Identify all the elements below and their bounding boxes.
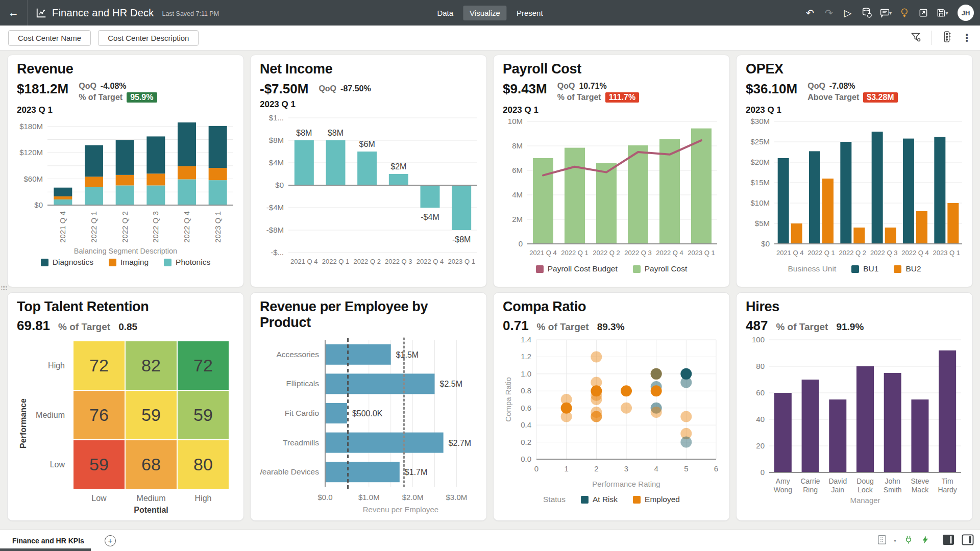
scatter-point-at_risk[interactable] xyxy=(680,377,692,388)
scatter-point-employed[interactable] xyxy=(591,394,602,405)
opex-bu2-bar[interactable] xyxy=(885,228,896,244)
scatter-point-employed[interactable] xyxy=(680,411,692,422)
conditional-formatting-icon[interactable] xyxy=(942,31,951,45)
filter-pill-cost-center-description[interactable]: Cost Center Description xyxy=(98,30,199,46)
opex-bu2-bar[interactable] xyxy=(791,223,802,244)
scatter-point-employed[interactable] xyxy=(621,403,632,414)
scatter-point-employed[interactable] xyxy=(621,385,632,396)
legend-item[interactable]: At Risk xyxy=(581,495,618,504)
legend-item[interactable]: BU1 xyxy=(851,264,878,273)
heatmap-cell[interactable]: 72 xyxy=(73,341,125,390)
bar-segment-photonics[interactable] xyxy=(209,180,227,205)
opex-bu1-bar[interactable] xyxy=(872,132,883,244)
hires-bar[interactable] xyxy=(856,366,874,472)
auto-apply-icon[interactable] xyxy=(921,535,930,547)
bar-segment-photonics[interactable] xyxy=(85,187,103,205)
tab-present[interactable]: Present xyxy=(510,6,550,20)
bar-segment-diagnostics[interactable] xyxy=(178,122,196,166)
legend-item[interactable]: Imaging xyxy=(109,258,149,267)
heatmap-cell[interactable]: 72 xyxy=(177,341,229,390)
bar-segment-imaging[interactable] xyxy=(85,177,103,187)
product-bar[interactable] xyxy=(325,433,444,453)
heatmap-cell[interactable]: 68 xyxy=(125,440,177,489)
bar-segment-diagnostics[interactable] xyxy=(54,188,72,196)
preview-play-icon[interactable]: ▷ xyxy=(840,4,855,21)
hires-bar[interactable] xyxy=(939,350,956,472)
hires-bar[interactable] xyxy=(802,380,819,472)
notes-icon[interactable]: ▾ xyxy=(878,4,893,21)
opex-bu1-bar[interactable] xyxy=(934,137,945,244)
canvas-layout-caret-icon[interactable]: ▾ xyxy=(894,538,896,543)
payroll-cost-bar[interactable] xyxy=(628,145,648,244)
bar-segment-imaging[interactable] xyxy=(178,166,196,180)
payroll-cost-bar[interactable] xyxy=(565,148,585,244)
payroll-cost-bar[interactable] xyxy=(596,163,617,244)
opex-bu2-bar[interactable] xyxy=(822,179,834,244)
legend-item[interactable]: Employed xyxy=(633,495,680,504)
scatter-point-at_risk[interactable] xyxy=(680,437,692,448)
scatter-point-employed[interactable] xyxy=(561,411,572,422)
bar-segment-photonics[interactable] xyxy=(116,185,134,205)
scatter-point-employed[interactable] xyxy=(591,411,602,422)
scatter-point-employed[interactable] xyxy=(651,407,662,418)
canvas-layout-icon[interactable] xyxy=(876,534,888,547)
collapse-right-panel-icon[interactable] xyxy=(942,534,954,547)
net-income-bar[interactable] xyxy=(326,140,346,185)
hires-bar[interactable] xyxy=(829,399,846,472)
redo-icon[interactable]: ↷ xyxy=(821,4,837,21)
product-bar[interactable] xyxy=(325,373,434,394)
product-bar[interactable] xyxy=(325,462,400,482)
heatmap-cell[interactable]: 59 xyxy=(177,390,229,440)
save-icon[interactable]: ▾ xyxy=(935,4,950,21)
add-canvas-button[interactable]: + xyxy=(105,535,116,546)
net-income-bar[interactable] xyxy=(357,152,377,185)
export-icon[interactable] xyxy=(916,4,931,21)
legend-item[interactable]: Photonics xyxy=(164,258,210,267)
bar-segment-photonics[interactable] xyxy=(54,199,72,205)
legend-item[interactable]: Payroll Cost Budget xyxy=(536,264,618,273)
bar-segment-imaging[interactable] xyxy=(116,175,134,186)
opex-bu2-bar[interactable] xyxy=(916,211,927,244)
row-resize-handle[interactable]: ⠿⠿ xyxy=(1,285,7,292)
scatter-point-employed[interactable] xyxy=(651,385,662,396)
data-connection-icon[interactable] xyxy=(903,535,914,547)
heatmap-cell[interactable]: 82 xyxy=(125,341,177,390)
legend-item[interactable]: Diagnostics xyxy=(41,258,93,267)
opex-bu1-bar[interactable] xyxy=(840,142,851,244)
hires-bar[interactable] xyxy=(911,399,928,472)
more-options-icon[interactable]: ⋮ xyxy=(962,32,972,44)
bar-segment-diagnostics[interactable] xyxy=(209,126,227,168)
product-bar[interactable] xyxy=(325,403,347,423)
hires-bar[interactable] xyxy=(884,373,901,472)
opex-bu1-bar[interactable] xyxy=(778,158,789,244)
opex-bu1-bar[interactable] xyxy=(903,139,914,244)
filter-icon[interactable] xyxy=(910,31,921,44)
filter-pill-cost-center-name[interactable]: Cost Center Name xyxy=(8,30,91,46)
bar-segment-photonics[interactable] xyxy=(146,185,165,205)
bar-segment-photonics[interactable] xyxy=(178,179,196,205)
opex-bu2-bar[interactable] xyxy=(853,228,865,244)
refresh-data-icon[interactable] xyxy=(859,4,874,21)
heatmap-cell[interactable]: 76 xyxy=(73,390,125,440)
legend-item[interactable]: BU2 xyxy=(894,264,921,273)
opex-bu1-bar[interactable] xyxy=(809,151,820,244)
bar-segment-diagnostics[interactable] xyxy=(146,136,165,173)
legend-item[interactable]: Payroll Cost xyxy=(633,264,688,273)
product-bar[interactable] xyxy=(325,344,391,365)
tab-visualize[interactable]: Visualize xyxy=(463,6,507,20)
user-avatar[interactable]: JH xyxy=(958,5,974,21)
bar-segment-imaging[interactable] xyxy=(209,168,227,180)
tab-data[interactable]: Data xyxy=(430,6,460,20)
payroll-cost-bar[interactable] xyxy=(533,158,553,244)
bar-segment-diagnostics[interactable] xyxy=(116,140,134,175)
hires-bar[interactable] xyxy=(774,393,792,472)
expand-right-panel-icon[interactable] xyxy=(962,534,974,547)
undo-icon[interactable]: ↶ xyxy=(802,4,818,21)
heatmap-cell[interactable]: 80 xyxy=(177,440,229,489)
bar-segment-imaging[interactable] xyxy=(54,196,72,199)
back-button[interactable]: ← xyxy=(0,0,28,26)
bar-segment-diagnostics[interactable] xyxy=(85,145,103,177)
scatter-point-employed[interactable] xyxy=(591,351,602,362)
payroll-cost-bar[interactable] xyxy=(691,129,712,244)
net-income-bar[interactable] xyxy=(389,174,408,185)
